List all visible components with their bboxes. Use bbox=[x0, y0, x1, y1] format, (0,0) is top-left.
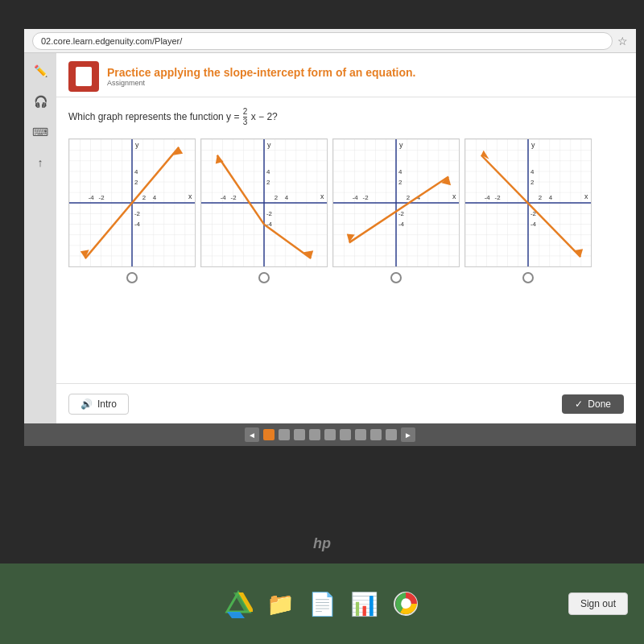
graph-3-wrapper: x y 4 2 -2 -4 -4 -2 2 4 bbox=[332, 138, 460, 283]
svg-text:4: 4 bbox=[549, 194, 553, 201]
graph-2[interactable]: x y 4 2 -2 -4 -4 -2 2 4 bbox=[200, 138, 328, 267]
svg-text:x: x bbox=[188, 192, 192, 200]
taskbar: 📁 📄 📊 Sign out bbox=[0, 564, 644, 644]
svg-text:-2: -2 bbox=[231, 194, 237, 201]
graph-4-radio[interactable] bbox=[522, 272, 534, 283]
graph-3-radio[interactable] bbox=[390, 272, 402, 283]
nav-dot-6[interactable] bbox=[340, 429, 351, 440]
svg-text:-2: -2 bbox=[363, 194, 369, 201]
graph-2-radio[interactable] bbox=[258, 272, 270, 283]
svg-text:-2: -2 bbox=[99, 194, 105, 201]
question-text: Which graph represents the function y = … bbox=[68, 107, 624, 127]
svg-text:2: 2 bbox=[266, 179, 270, 186]
question-area: Which graph represents the function y = … bbox=[56, 97, 636, 383]
nav-prev-button[interactable]: ◄ bbox=[245, 427, 259, 442]
nav-dot-4[interactable] bbox=[309, 429, 320, 440]
header-title-block: Practice applying the slope-intercept fo… bbox=[107, 66, 416, 87]
bottom-bar: 🔊 Intro ✓ Done bbox=[56, 383, 636, 423]
svg-text:4: 4 bbox=[153, 194, 157, 201]
question-text-prefix: Which graph represents the function y = bbox=[68, 111, 242, 122]
graph-4[interactable]: x y 4 2 -2 -4 -4 -2 2 4 bbox=[464, 138, 592, 267]
nav-dot-5[interactable] bbox=[324, 429, 336, 440]
svg-text:x: x bbox=[320, 192, 324, 200]
assignment-icon bbox=[68, 61, 99, 92]
question-text-suffix: x − 2? bbox=[251, 111, 278, 122]
chrome-icon[interactable] bbox=[390, 588, 422, 620]
svg-text:2: 2 bbox=[275, 194, 278, 201]
headphones-icon[interactable]: 🎧 bbox=[31, 92, 50, 111]
graph-1-wrapper: x y 4 2 -2 -4 -4 -2 2 4 bbox=[68, 138, 196, 283]
svg-text:-2: -2 bbox=[266, 210, 272, 217]
svg-text:-4: -4 bbox=[398, 221, 405, 228]
svg-text:-4: -4 bbox=[89, 194, 95, 201]
intro-button[interactable]: 🔊 Intro bbox=[68, 394, 129, 415]
bookmark-icon[interactable]: ☆ bbox=[617, 35, 628, 47]
svg-text:2: 2 bbox=[398, 179, 402, 186]
svg-text:4: 4 bbox=[134, 168, 138, 175]
fraction-denominator: 3 bbox=[243, 118, 248, 127]
svg-text:4: 4 bbox=[530, 168, 535, 175]
svg-text:2: 2 bbox=[407, 194, 410, 201]
main-panel: Practice applying the slope-intercept fo… bbox=[56, 53, 636, 423]
svg-text:-4: -4 bbox=[485, 194, 491, 201]
svg-text:2: 2 bbox=[134, 179, 138, 186]
svg-text:y: y bbox=[399, 141, 403, 149]
nav-dot-8[interactable] bbox=[370, 429, 382, 440]
svg-text:-4: -4 bbox=[353, 194, 359, 201]
svg-text:x: x bbox=[452, 192, 456, 200]
svg-text:2: 2 bbox=[142, 194, 146, 201]
graph-4-wrapper: x y 4 2 -2 -4 -4 -2 2 4 bbox=[464, 138, 592, 283]
graph-1[interactable]: x y 4 2 -2 -4 -4 -2 2 4 bbox=[68, 138, 196, 267]
graphs-container: x y 4 2 -2 -4 -4 -2 2 4 bbox=[68, 138, 624, 283]
graph-4-svg: x y 4 2 -2 -4 -4 -2 2 4 bbox=[465, 139, 591, 266]
left-sidebar: ✏️ 🎧 ⌨ ↑ bbox=[24, 53, 56, 423]
svg-text:y: y bbox=[267, 141, 271, 149]
checkmark-icon: ✓ bbox=[575, 398, 583, 410]
graph-3[interactable]: x y 4 2 -2 -4 -4 -2 2 4 bbox=[332, 138, 460, 267]
graph-1-svg: x y 4 2 -2 -4 -4 -2 2 4 bbox=[69, 139, 195, 266]
fraction-numerator: 2 bbox=[243, 107, 248, 118]
nav-dot-3[interactable] bbox=[294, 429, 305, 440]
pencil-icon[interactable]: ✏️ bbox=[31, 61, 50, 80]
nav-dot-9[interactable] bbox=[386, 429, 397, 440]
svg-text:4: 4 bbox=[266, 168, 270, 175]
done-button[interactable]: ✓ Done bbox=[562, 394, 624, 414]
fraction: 2 3 bbox=[243, 107, 248, 127]
svg-text:y: y bbox=[135, 141, 139, 149]
svg-text:-4: -4 bbox=[134, 221, 141, 228]
assignment-icon-inner bbox=[76, 67, 92, 86]
sheets-icon[interactable]: 📊 bbox=[348, 588, 380, 620]
graph-3-svg: x y 4 2 -2 -4 -4 -2 2 4 bbox=[333, 139, 459, 266]
google-drive-icon[interactable] bbox=[222, 588, 254, 620]
graph-1-radio[interactable] bbox=[126, 272, 138, 283]
nav-next-button[interactable]: ► bbox=[401, 427, 415, 442]
sign-out-button[interactable]: Sign out bbox=[568, 592, 628, 615]
address-bar[interactable] bbox=[32, 32, 613, 50]
svg-text:2: 2 bbox=[530, 179, 534, 186]
nav-dots-bar: ◄ ► bbox=[24, 423, 636, 446]
speaker-icon: 🔊 bbox=[80, 398, 93, 410]
expand-icon[interactable]: ↑ bbox=[31, 153, 50, 172]
svg-text:2: 2 bbox=[539, 194, 542, 201]
svg-text:x: x bbox=[584, 192, 588, 200]
intro-label: Intro bbox=[97, 398, 117, 410]
files-icon[interactable]: 📁 bbox=[264, 588, 296, 620]
graph-2-wrapper: x y 4 2 -2 -4 -4 -2 2 4 bbox=[200, 138, 328, 283]
svg-text:-4: -4 bbox=[221, 194, 227, 201]
address-bar-row: ☆ bbox=[24, 29, 636, 53]
docs-icon[interactable]: 📄 bbox=[306, 588, 338, 620]
nav-dot-7[interactable] bbox=[355, 429, 366, 440]
content-area: ✏️ 🎧 ⌨ ↑ Practice applying the slope-int… bbox=[24, 53, 636, 423]
hp-logo: hp bbox=[313, 535, 331, 552]
svg-text:y: y bbox=[531, 141, 535, 149]
svg-point-75 bbox=[402, 600, 410, 608]
svg-text:-2: -2 bbox=[398, 210, 404, 217]
nav-dot-1[interactable] bbox=[263, 429, 275, 440]
svg-text:-4: -4 bbox=[530, 221, 537, 228]
calculator-icon[interactable]: ⌨ bbox=[31, 122, 50, 142]
done-label: Done bbox=[588, 398, 611, 410]
svg-text:-2: -2 bbox=[134, 210, 140, 217]
nav-dot-2[interactable] bbox=[279, 429, 290, 440]
header-title: Practice applying the slope-intercept fo… bbox=[107, 66, 416, 79]
hp-logo-area: hp bbox=[0, 523, 644, 564]
